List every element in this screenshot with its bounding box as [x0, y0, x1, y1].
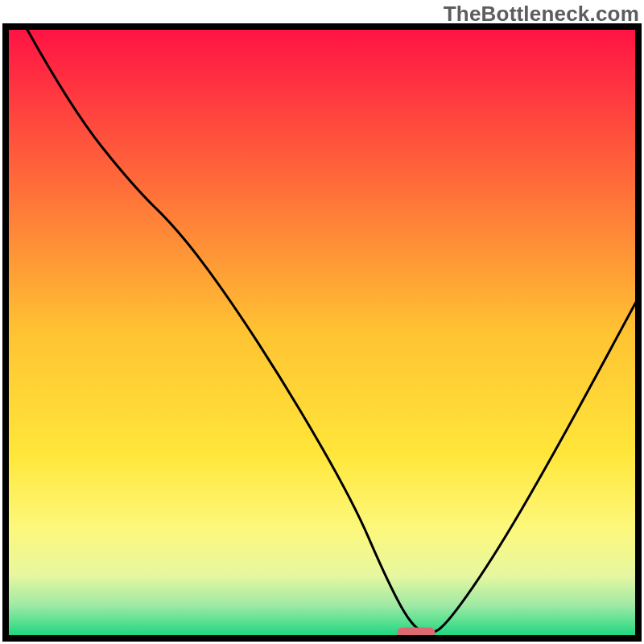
- chart-canvas: [0, 0, 644, 644]
- gradient-background: [8, 29, 636, 636]
- watermark-label: TheBottleneck.com: [444, 2, 639, 27]
- bottleneck-chart: TheBottleneck.com: [0, 0, 644, 644]
